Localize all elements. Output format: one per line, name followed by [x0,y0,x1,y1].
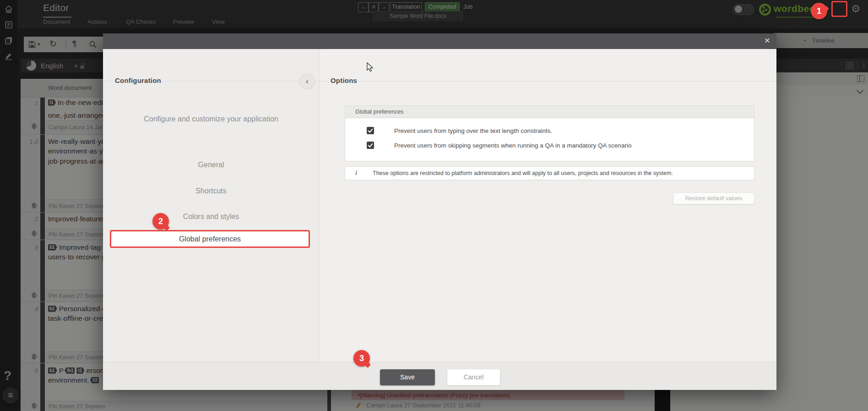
config-item-general[interactable]: General [115,159,307,170]
checkbox-skip-segments[interactable] [367,142,374,149]
checkbox-label: Prevent users from skipping segments whe… [394,142,632,149]
cancel-button[interactable]: Cancel [447,369,500,385]
dialog-footer: Save Cancel [103,362,776,390]
back-button[interactable]: ‹ [299,74,315,89]
options-title: Options [331,77,357,84]
configuration-dialog: × Configuration ‹ Options Configure and … [103,33,776,389]
pane-divider [319,49,320,389]
restore-defaults-button[interactable]: Restore default values [673,192,754,204]
step-1-badge: 1 [811,3,827,19]
section-header: Global preferences [345,105,754,118]
section-body: Prevent users from typing over the text … [345,118,754,161]
checkbox-label: Prevent users from typing over the text … [394,127,552,134]
configuration-title: Configuration [115,77,161,84]
save-button[interactable]: Save [380,369,435,385]
pane-header-row: Configuration ‹ Options [103,49,776,82]
checkbox-length-constraints[interactable] [367,127,374,134]
app-root: Editor Document Actions QA Checks Previe… [0,0,868,411]
config-item-shortcuts[interactable]: Shortcuts [115,185,307,197]
mouse-cursor [366,62,375,72]
config-item-intro: Configure and customize your application [115,113,307,125]
admin-info-note: i These options are restricted to platfo… [345,166,754,180]
step-1-highlight-box [831,1,847,17]
step-2-badge: 2 [152,213,169,230]
dialog-title-bar: × [103,33,776,49]
close-icon[interactable]: × [765,35,770,46]
step-3-badge: 3 [353,350,370,367]
config-item-global-preferences[interactable]: Global preferences [110,230,310,248]
config-item-colors-styles[interactable]: Colors and styles [115,211,307,222]
info-icon: i [355,169,357,177]
